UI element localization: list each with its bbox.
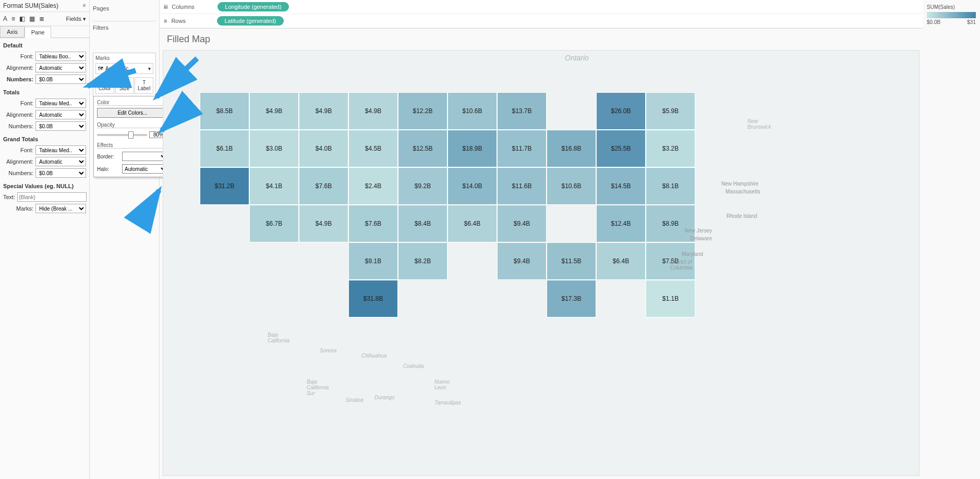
marks-type-select[interactable]: 🗺 Automatic ▾ <box>95 63 153 74</box>
size-icon: ◯ <box>117 80 132 85</box>
halo-select[interactable]: Automatic <box>122 164 168 174</box>
state-wa[interactable]: $8.5B <box>200 92 249 130</box>
grand-font-select[interactable]: Tableau Med.. <box>35 145 86 155</box>
ontario-label: Ontario <box>565 54 589 62</box>
legend-gradient <box>927 12 976 18</box>
tab-axis[interactable]: Axis <box>0 26 25 38</box>
state-oh[interactable]: $16.8B <box>547 130 596 167</box>
lines-icon[interactable]: ≣ <box>39 15 44 22</box>
special-marks-select[interactable]: Hide (Break ... <box>35 204 86 213</box>
state-az[interactable]: $6.7B <box>249 205 299 242</box>
map-icon: 🗺 <box>98 66 103 71</box>
state-wv[interactable]: $10.6B <box>547 167 596 205</box>
columns-pill[interactable]: Longitude (generated) <box>217 2 288 11</box>
state-mn[interactable]: $12.2B <box>398 92 447 130</box>
filters-shelf[interactable]: Filters <box>93 21 156 40</box>
state-ny[interactable]: $26.0B <box>596 92 646 130</box>
marks-size-button[interactable]: ◯ Size <box>115 77 134 94</box>
state-mo2[interactable]: $14.0B <box>447 167 497 205</box>
format-pane: Format SUM(Sales) × A ≡ ◧ ▦ ≣ Fields ▾ A… <box>0 0 90 479</box>
grand-align-select[interactable]: Automatic <box>35 157 86 166</box>
state-ky[interactable]: $11.6B <box>497 167 547 205</box>
default-align-select[interactable]: Automatic <box>35 63 86 72</box>
state-co[interactable]: $7.6B <box>299 167 348 205</box>
state-wi[interactable]: $10.6B <box>447 92 497 130</box>
legend-title: SUM(Sales) <box>927 4 976 10</box>
totals-font-select[interactable]: Tableau Med.. <box>35 99 86 108</box>
marks-color-button[interactable]: ⬤⬤ Color <box>95 77 114 94</box>
default-font-select[interactable]: Tableau Boo.. <box>35 52 86 61</box>
state-ut[interactable]: $4.1B <box>249 167 299 205</box>
color-icon: ⬤⬤ <box>97 80 113 85</box>
opacity-slider[interactable] <box>97 134 147 136</box>
state-il[interactable]: $18.9B <box>447 130 497 167</box>
state-ia[interactable]: $12.5B <box>398 130 447 167</box>
grand-numbers-select[interactable]: $0.0B <box>35 168 86 178</box>
state-ms[interactable]: $6.4B <box>447 205 497 242</box>
map-viz[interactable]: Ontario United States Baja California So… <box>163 50 919 476</box>
state-nv[interactable]: $3.0B <box>249 130 299 167</box>
rows-pill[interactable]: Latitude (generated) <box>217 16 283 26</box>
columns-icon: iii <box>164 4 167 10</box>
state-vt[interactable]: $3.2B <box>646 130 695 167</box>
state-al[interactable]: $9.4B <box>497 242 547 280</box>
edit-colors-button[interactable]: Edit Colors... <box>97 108 168 118</box>
label-icon: T <box>136 80 152 85</box>
state-tx[interactable]: $31.8B <box>348 280 398 317</box>
state-pa[interactable]: $25.5B <box>596 130 646 167</box>
viz-title: Filled Map <box>160 29 923 50</box>
tab-pane[interactable]: Pane <box>25 27 52 38</box>
fields-dropdown[interactable]: Fields ▾ <box>66 16 86 22</box>
state-tn[interactable]: $9.4B <box>497 205 547 242</box>
section-special: Special Values (eg. NULL) <box>0 179 89 191</box>
state-nd[interactable]: $4.9B <box>348 92 398 130</box>
marks-label-button[interactable]: T Label <box>135 77 153 94</box>
color-legend[interactable]: SUM(Sales) $0.0B $31 <box>923 0 980 479</box>
state-ct[interactable]: $8.9B <box>646 205 695 242</box>
borders-icon[interactable]: ▦ <box>29 15 35 22</box>
state-sc[interactable]: $6.4B <box>596 242 646 280</box>
state-ok[interactable]: $9.1B <box>348 242 398 280</box>
section-totals: Totals <box>0 85 89 97</box>
shading-icon[interactable]: ◧ <box>19 15 25 22</box>
totals-align-select[interactable]: Automatic <box>35 110 86 119</box>
align-icon[interactable]: ≡ <box>11 15 15 22</box>
default-numbers-select[interactable]: $0.0B <box>35 75 86 84</box>
state-md[interactable]: $1.1B <box>646 280 695 317</box>
state-wy[interactable]: $4.0B <box>299 130 348 167</box>
shelf-column: Pages Filters Marks 🗺 Automatic ▾ ⬤⬤ Col… <box>90 0 160 479</box>
state-in[interactable]: $11.7B <box>497 130 547 167</box>
state-mt[interactable]: $4.9B <box>299 92 348 130</box>
rows-label: Rows <box>171 18 213 24</box>
columns-label: Columns <box>172 4 213 10</box>
state-nh[interactable]: $8.1B <box>646 167 695 205</box>
state-ga[interactable]: $11.5B <box>547 242 596 280</box>
pages-shelf[interactable]: Pages <box>93 2 156 21</box>
special-text-input[interactable] <box>17 192 87 202</box>
section-default: Default <box>0 38 89 51</box>
border-select[interactable] <box>122 152 168 161</box>
state-ca[interactable]: $31.2B <box>200 167 249 205</box>
totals-numbers-select[interactable]: $0.0B <box>35 121 86 131</box>
state-nc[interactable]: $12.4B <box>596 205 646 242</box>
state-ar[interactable]: $8.4B <box>398 205 447 242</box>
state-sd[interactable]: $4.5B <box>348 130 398 167</box>
state-ks[interactable]: $7.6B <box>348 205 398 242</box>
state-la[interactable]: $8.2B <box>398 242 447 280</box>
state-ne[interactable]: $2.4B <box>348 167 398 205</box>
state-fl[interactable]: $17.3B <box>547 280 596 317</box>
state-nm[interactable]: $4.9B <box>299 205 348 242</box>
state-or[interactable]: $6.1B <box>200 130 249 167</box>
marks-color-panel: Color Edit Colors... Opacity Effects Bor… <box>93 96 172 177</box>
chevron-down-icon: ▾ <box>148 66 151 71</box>
format-title: Format SUM(Sales) <box>3 2 58 9</box>
state-id[interactable]: $4.9B <box>249 92 299 130</box>
state-mo[interactable]: $9.2B <box>398 167 447 205</box>
state-me[interactable]: $5.9B <box>646 92 695 130</box>
close-icon[interactable]: × <box>82 2 86 9</box>
font-icon[interactable]: A <box>3 15 7 22</box>
marks-card: Marks 🗺 Automatic ▾ ⬤⬤ Color ◯ Size T La… <box>93 53 156 96</box>
state-va[interactable]: $14.5B <box>596 167 646 205</box>
state-mi[interactable]: $13.7B <box>497 92 547 130</box>
rows-icon: ≡ <box>164 18 167 24</box>
